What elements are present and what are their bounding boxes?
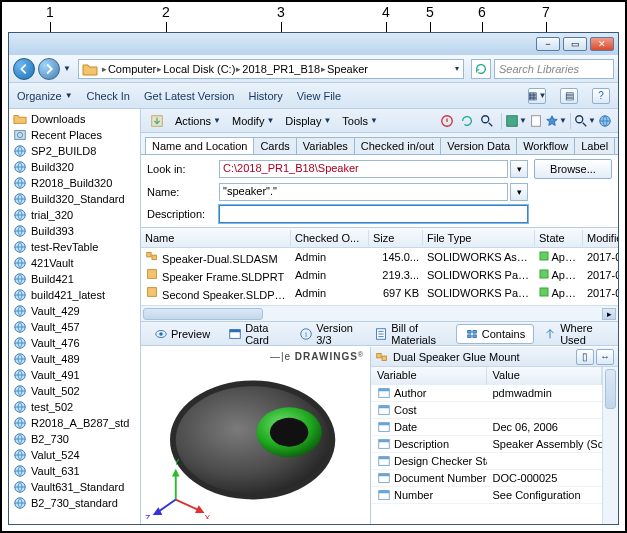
crumb-computer[interactable]: Computer — [108, 63, 156, 75]
viewfile-menu[interactable]: View File — [297, 90, 341, 102]
sidebar-item[interactable]: 421Vault — [9, 255, 140, 271]
getlatest-menu[interactable]: Get Latest Version — [144, 90, 235, 102]
col-name[interactable]: Name — [141, 230, 291, 246]
search-tab[interactable]: Checked in/out — [354, 137, 441, 154]
tab-whereused[interactable]: Where Used — [534, 319, 614, 349]
preview-pane-button[interactable]: ▤ — [560, 88, 578, 104]
help-button[interactable]: ? — [592, 88, 610, 104]
sidebar-item[interactable]: trial_320 — [9, 207, 140, 223]
checkin-menu[interactable]: Check In — [87, 90, 130, 102]
file-row[interactable]: Second Speaker.SLDPRTAdmin697 KBSOLIDWOR… — [141, 284, 618, 302]
sidebar-item[interactable]: Recent Places — [9, 127, 140, 143]
sidebar-item[interactable]: B2_730_standard — [9, 495, 140, 511]
property-row[interactable]: NumberSee Configuration — [371, 487, 602, 504]
sidebar-item[interactable]: B2_730 — [9, 431, 140, 447]
col-modified[interactable]: Modifie — [583, 230, 618, 246]
sidebar-item[interactable]: build421_latest — [9, 287, 140, 303]
sidebar-item[interactable]: Vault631_Standard — [9, 479, 140, 495]
sidebar-item[interactable]: test_502 — [9, 399, 140, 415]
file-list-header[interactable]: Name Checked O... Size File Type State M… — [141, 228, 618, 248]
name-field[interactable]: "speaker"." — [219, 183, 508, 201]
modify-menu[interactable]: Modify ▼ — [227, 113, 279, 129]
save-icon-button[interactable]: ▼ — [507, 112, 525, 130]
col-size[interactable]: Size — [369, 230, 423, 246]
tab-preview[interactable]: Preview — [145, 324, 219, 344]
maximize-button[interactable]: ▭ — [563, 37, 587, 51]
nav-back-button[interactable] — [13, 58, 35, 80]
checkout-icon-button[interactable] — [458, 112, 476, 130]
document-icon-button[interactable] — [527, 112, 545, 130]
file-list-hscroll[interactable]: ▸ — [141, 305, 618, 321]
search-tab[interactable]: History — [614, 137, 618, 154]
search-tab[interactable]: Version Data — [440, 137, 517, 154]
search-tab[interactable]: Name and Location — [145, 137, 254, 155]
sidebar-item[interactable]: Vault_476 — [9, 335, 140, 351]
crumb-folder1[interactable]: 2018_PR1_B18 — [242, 63, 320, 75]
file-row[interactable]: Speaker-Dual.SLDASMAdmin145.0...SOLIDWOR… — [141, 248, 618, 266]
file-row[interactable]: Speaker Frame.SLDPRTAdmin219.3...SOLIDWO… — [141, 266, 618, 284]
favorite-icon-button[interactable]: ▼ — [547, 112, 565, 130]
get-button[interactable] — [145, 112, 169, 130]
property-row[interactable]: Authorpdmwadmin — [371, 385, 602, 402]
search-icon-button[interactable] — [478, 112, 496, 130]
sidebar-item[interactable]: Vault_491 — [9, 367, 140, 383]
sidebar-item[interactable]: Vault_502 — [9, 383, 140, 399]
sidebar-item[interactable]: Build421 — [9, 271, 140, 287]
sidebar-item[interactable]: Vault_429 — [9, 303, 140, 319]
property-row[interactable]: DescriptionSpeaker Assembly (Sc — [371, 436, 602, 453]
nav-forward-button[interactable] — [38, 58, 60, 80]
sidebar-item[interactable]: Build320 — [9, 159, 140, 175]
crumb-folder2[interactable]: Speaker — [327, 63, 368, 75]
organize-menu[interactable]: Organize ▼ — [17, 90, 73, 102]
display-menu[interactable]: Display ▼ — [280, 113, 336, 129]
property-row[interactable]: DateDec 06, 2006 — [371, 419, 602, 436]
props-vscroll[interactable] — [602, 367, 618, 524]
property-row[interactable]: Cost — [371, 402, 602, 419]
col-filetype[interactable]: File Type — [423, 230, 535, 246]
globe-icon-button[interactable] — [596, 112, 614, 130]
tab-version[interactable]: iVersion 3/3 — [290, 319, 365, 349]
tools-menu[interactable]: Tools ▼ — [337, 113, 383, 129]
search-input[interactable]: Search Libraries — [494, 59, 614, 79]
refresh-button[interactable] — [471, 59, 491, 79]
search-tab[interactable]: Variables — [296, 137, 355, 154]
zoom-icon-button[interactable]: ▼ — [576, 112, 594, 130]
nav-history-dropdown[interactable]: ▼ — [63, 64, 71, 73]
search-tab[interactable]: Workflow — [516, 137, 575, 154]
sidebar-item[interactable]: SP2_BUILD8 — [9, 143, 140, 159]
col-value[interactable]: Value — [487, 367, 603, 385]
search-tab[interactable]: Label — [574, 137, 615, 154]
actions-menu[interactable]: Actions ▼ — [170, 113, 226, 129]
browse-button[interactable]: Browse... — [534, 159, 612, 179]
nav-tree[interactable]: DownloadsRecent PlacesSP2_BUILD8Build320… — [9, 109, 141, 524]
tab-datacard[interactable]: Data Card — [219, 319, 290, 349]
contains-tool-1[interactable]: ▯ — [576, 349, 594, 365]
search-tab[interactable]: Cards — [253, 137, 296, 154]
minimize-button[interactable]: − — [536, 37, 560, 51]
property-row[interactable]: Design Checker Status — [371, 453, 602, 470]
name-dropdown[interactable]: ▾ — [510, 183, 528, 201]
sidebar-item[interactable]: Vault_457 — [9, 319, 140, 335]
sidebar-item[interactable]: Downloads — [9, 111, 140, 127]
tab-bom[interactable]: Bill of Materials — [365, 319, 455, 349]
sidebar-item[interactable]: R2018_A_B287_std — [9, 415, 140, 431]
checkin-icon-button[interactable] — [438, 112, 456, 130]
sidebar-item[interactable]: Vault_489 — [9, 351, 140, 367]
tab-contains[interactable]: Contains — [456, 324, 534, 344]
col-state[interactable]: State — [535, 230, 583, 246]
sidebar-item[interactable]: test-RevTable — [9, 239, 140, 255]
history-menu[interactable]: History — [248, 90, 282, 102]
lookin-field[interactable]: C:\2018_PR1_B18\Speaker — [219, 160, 508, 178]
props-columns[interactable]: Variable Value — [371, 367, 602, 385]
crumb-disk[interactable]: Local Disk (C:) — [163, 63, 235, 75]
sidebar-item[interactable]: Vault_631 — [9, 463, 140, 479]
description-field[interactable] — [219, 205, 528, 223]
sidebar-item[interactable]: Build393 — [9, 223, 140, 239]
breadcrumb[interactable]: ▸ Computer▸ Local Disk (C:)▸ 2018_PR1_B1… — [78, 59, 464, 79]
property-row[interactable]: Document NumberDOC-000025 — [371, 470, 602, 487]
contains-tool-2[interactable]: ↔ — [596, 349, 614, 365]
view-options-button[interactable]: ▦▼ — [528, 88, 546, 104]
sidebar-item[interactable]: Valut_524 — [9, 447, 140, 463]
close-button[interactable]: ✕ — [590, 37, 614, 51]
col-variable[interactable]: Variable — [371, 367, 487, 385]
